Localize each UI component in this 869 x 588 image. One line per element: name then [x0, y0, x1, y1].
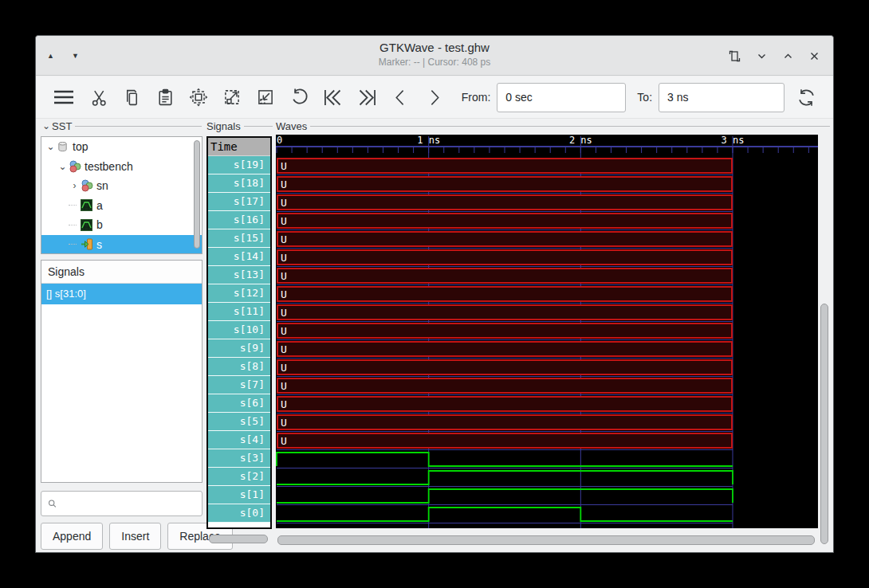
zoom-in-icon[interactable] — [222, 86, 242, 108]
restore-icon[interactable] — [728, 49, 741, 63]
marker-cursor-status: Marker: -- | Cursor: 408 ps — [36, 57, 833, 68]
signal-name-row[interactable]: s[19] — [208, 156, 270, 174]
signal-name-row[interactable]: s[3] — [208, 449, 270, 468]
signal-name-row[interactable]: s[10] — [208, 321, 270, 339]
signal-name-row[interactable]: s[16] — [208, 211, 270, 229]
search-icon — [48, 498, 57, 509]
tree-item-s[interactable]: s — [41, 235, 202, 255]
spheres-icon — [81, 179, 94, 192]
signal-name-row[interactable]: s[7] — [208, 376, 270, 394]
signal-name-row[interactable]: s[4] — [208, 431, 270, 449]
signal-name-row[interactable]: s[15] — [208, 229, 270, 248]
tree-item-a[interactable]: a — [41, 196, 202, 216]
sst-expander-icon[interactable]: ⌄ — [42, 120, 50, 131]
sst-tree: ⌄top⌄testbench›snabs — [41, 136, 203, 254]
signal-names-column: Time s[19]s[18]s[17]s[16]s[15]s[14]s[13]… — [206, 136, 272, 529]
step-right-icon[interactable] — [423, 86, 443, 108]
svg-text:U: U — [281, 178, 287, 190]
names-hscrollbar[interactable] — [206, 535, 272, 544]
search-input[interactable] — [61, 492, 202, 515]
svg-text:U: U — [281, 252, 287, 264]
signal-name-row[interactable]: s[17] — [208, 193, 270, 211]
door-icon — [81, 238, 94, 250]
undo-icon[interactable] — [289, 86, 309, 108]
paste-icon[interactable] — [155, 86, 175, 108]
tree-item-testbench[interactable]: ⌄testbench — [41, 157, 202, 177]
svg-text:U: U — [281, 288, 287, 300]
svg-text:U: U — [281, 435, 287, 447]
sst-frame-label: ⌄ SST — [42, 119, 202, 133]
svg-text:2 ns: 2 ns — [569, 135, 592, 146]
toolbar: From: To: — [36, 76, 833, 119]
to-input[interactable] — [659, 83, 784, 112]
signal-name-row[interactable]: s[13] — [208, 266, 270, 284]
signals-list-header[interactable]: Signals — [41, 261, 202, 284]
signal-name-row[interactable]: s[18] — [208, 174, 270, 193]
svg-text:U: U — [281, 233, 287, 245]
signal-search — [41, 491, 203, 516]
svg-text:U: U — [281, 270, 287, 282]
waves-vscrollbar[interactable] — [820, 135, 829, 549]
tree-item-label: a — [96, 199, 103, 212]
gtkwave-window: ▲ ▼ GTKWave - test.ghw Marker: -- | Curs… — [35, 35, 834, 553]
signals-list-item[interactable]: [] s[31:0] — [41, 284, 202, 304]
svg-text:0: 0 — [277, 135, 282, 146]
svg-text:U: U — [281, 307, 287, 319]
svg-text:3 ns: 3 ns — [722, 135, 745, 146]
svg-text:U: U — [281, 343, 287, 355]
sst-tree-scrollbar[interactable] — [194, 140, 200, 250]
insert-button[interactable]: Insert — [109, 523, 161, 550]
minimize-icon[interactable] — [756, 50, 768, 62]
signal-name-row[interactable]: s[9] — [208, 339, 270, 358]
signal-name-row[interactable]: s[14] — [208, 248, 270, 266]
zoom-fit-icon[interactable] — [188, 86, 209, 108]
copy-icon[interactable] — [122, 86, 142, 108]
tree-item-sn[interactable]: ›sn — [41, 176, 202, 196]
menu-icon[interactable] — [52, 86, 77, 108]
cut-icon[interactable] — [89, 86, 109, 108]
append-button[interactable]: Append — [41, 523, 103, 550]
waves-canvas[interactable]: 01 ns2 ns3 nsUUUUUUUUUUUUUUUU — [276, 135, 818, 528]
from-input[interactable] — [497, 83, 626, 112]
wave-icon — [81, 199, 94, 211]
wave-icon — [81, 219, 94, 231]
signal-name-row[interactable]: s[11] — [208, 303, 270, 321]
step-left-icon[interactable] — [391, 86, 411, 108]
svg-text:U: U — [281, 215, 287, 227]
zoom-out-icon[interactable] — [255, 86, 276, 108]
svg-text:U: U — [281, 417, 287, 429]
signal-name-row[interactable]: s[1] — [208, 486, 270, 504]
tree-item-label: s — [96, 238, 102, 251]
svg-text:U: U — [281, 398, 287, 410]
titlebar: ▲ ▼ GTKWave - test.ghw Marker: -- | Curs… — [36, 36, 833, 76]
waves-hscrollbar[interactable] — [276, 535, 818, 546]
tree-item-b[interactable]: b — [41, 215, 202, 235]
tree-item-label: testbench — [85, 160, 133, 173]
signal-name-row[interactable]: s[6] — [208, 394, 270, 413]
from-label: From: — [462, 91, 491, 104]
close-icon[interactable] — [808, 50, 820, 62]
waves-frame-label: Waves — [276, 119, 830, 133]
skip-to-start-icon[interactable] — [322, 86, 344, 108]
maximize-icon[interactable] — [782, 50, 794, 62]
cylinder-icon — [57, 140, 70, 153]
signal-name-row[interactable]: s[0] — [208, 504, 270, 523]
svg-text:U: U — [281, 362, 287, 374]
tree-item-label: b — [96, 218, 103, 231]
tree-item-label: sn — [96, 179, 108, 192]
signals-list-panel: Signals [] s[31:0] — [41, 260, 203, 483]
signal-name-row[interactable]: s[2] — [208, 468, 270, 486]
time-header[interactable]: Time — [208, 138, 270, 156]
tree-item-top[interactable]: ⌄top — [41, 137, 202, 157]
svg-text:U: U — [281, 325, 287, 337]
reload-icon[interactable] — [796, 86, 817, 108]
svg-text:1 ns: 1 ns — [417, 135, 440, 146]
signal-name-row[interactable]: s[12] — [208, 284, 270, 303]
svg-text:U: U — [281, 160, 287, 172]
signal-name-row[interactable]: s[5] — [208, 413, 270, 431]
signal-name-row[interactable]: s[8] — [208, 358, 270, 376]
names-frame-label: Signals — [206, 119, 273, 133]
skip-to-end-icon[interactable] — [356, 86, 378, 108]
window-title: GTKWave - test.ghw — [36, 41, 833, 54]
spheres-icon — [69, 160, 82, 173]
